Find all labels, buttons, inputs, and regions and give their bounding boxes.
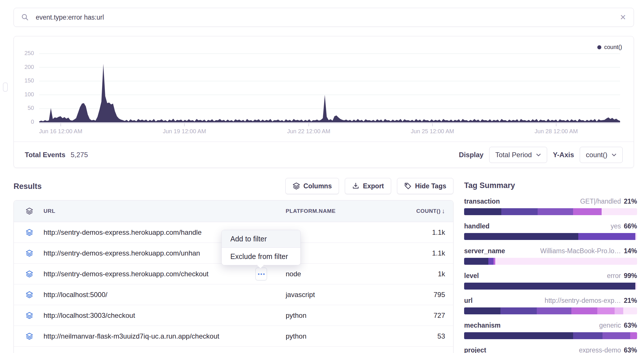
- count-cell: 1.1k: [410, 228, 453, 236]
- hide-tags-button-label: Hide Tags: [415, 182, 446, 190]
- table-row: http://neilmanvar-flask-m3uuizd7iq-uc.a.…: [14, 326, 453, 347]
- tag-label: server_name: [464, 247, 505, 255]
- toolbar-buttons: Columns Export Hide Tags: [285, 178, 453, 194]
- tag-top-percent: 14%: [624, 247, 637, 255]
- platform-cell: python: [286, 311, 410, 320]
- total-events-label: Total Events: [25, 151, 65, 159]
- display-select[interactable]: Total Period: [489, 147, 547, 163]
- tag-distribution-bar[interactable]: [464, 208, 637, 215]
- display-label: Display: [459, 151, 483, 159]
- tag-distribution-bar[interactable]: [464, 258, 637, 265]
- tag-label: project: [464, 346, 486, 353]
- display-select-value: Total Period: [495, 151, 532, 159]
- total-events: Total Events 5,275: [25, 151, 88, 159]
- tag-label: url: [464, 297, 472, 305]
- columns-button[interactable]: Columns: [285, 178, 339, 194]
- count-cell: 53: [410, 332, 453, 340]
- stack-icon: [26, 270, 44, 278]
- tag-entry: transactionGET|/handled21%: [464, 198, 637, 215]
- tag-top-percent: 66%: [624, 222, 637, 230]
- search-input[interactable]: [14, 8, 634, 27]
- tag-entry: urlhttp://sentry-demos-exp…21%: [464, 297, 637, 314]
- tag-label: mechanism: [464, 322, 501, 329]
- count-cell: 727: [410, 311, 453, 320]
- url-cell[interactable]: http://localhost:3003/checkout: [44, 311, 286, 320]
- table-header: URL PLATFORM.NAME COUNT() ↓: [14, 200, 453, 222]
- tag-top-value: Williams-MacBook-Pro.lo…: [540, 247, 621, 255]
- cell-actions-button[interactable]: [255, 268, 267, 280]
- tag-top-percent: 63%: [624, 322, 637, 329]
- count-cell: 795: [410, 291, 453, 299]
- chevron-down-icon: [536, 153, 541, 157]
- tag-top-value: http://sentry-demos-exp…: [545, 297, 621, 305]
- tag-distribution-bar[interactable]: [464, 233, 637, 240]
- stack-icon: [26, 229, 44, 236]
- platform-cell: python: [286, 332, 410, 340]
- chart-legend: count(): [597, 44, 622, 50]
- tag-label: transaction: [464, 198, 500, 205]
- count-cell: 1k: [410, 270, 453, 278]
- stack-icon: [26, 207, 44, 215]
- table-row: http://localhost:3003/checkout python 72…: [14, 305, 453, 326]
- results-table: URL PLATFORM.NAME COUNT() ↓ http://sentr…: [14, 200, 453, 353]
- total-events-value: 5,275: [71, 151, 88, 159]
- tag-distribution-bar[interactable]: [464, 307, 637, 314]
- tag-distribution-bar[interactable]: [464, 283, 637, 290]
- tag-icon: [404, 182, 412, 190]
- legend-label: count(): [604, 44, 622, 50]
- tag-distribution-bar[interactable]: [464, 332, 637, 339]
- stack-icon: [26, 249, 44, 257]
- tag-summary-heading: Tag Summary: [464, 181, 637, 190]
- tag-label: handled: [464, 222, 489, 230]
- export-button[interactable]: Export: [345, 178, 391, 194]
- platform-cell: javascript: [286, 291, 410, 299]
- tag-top-value: express-demo: [579, 346, 621, 353]
- menu-item-add-to-filter[interactable]: Add to filter: [222, 230, 300, 248]
- tag-top-percent: 21%: [624, 297, 637, 305]
- tag-top-percent: 63%: [624, 346, 637, 353]
- events-area-chart[interactable]: [14, 36, 634, 134]
- platform-cell: node: [286, 270, 410, 278]
- count-cell: 1.1k: [410, 249, 453, 257]
- export-button-label: Export: [363, 182, 384, 190]
- tag-top-value: error: [607, 272, 621, 280]
- column-header-platform[interactable]: PLATFORM.NAME: [286, 208, 410, 214]
- stack-icon: [26, 291, 44, 298]
- hide-tags-button[interactable]: Hide Tags: [397, 178, 453, 194]
- tag-top-value: GET|/handled: [580, 198, 621, 205]
- url-cell[interactable]: http://localhost:5000/: [44, 291, 286, 299]
- tag-entry: mechanismgeneric63%: [464, 322, 637, 339]
- tag-entry: levelerror99%: [464, 272, 637, 290]
- cell-actions-menu: Add to filter Exclude from filter: [221, 230, 301, 265]
- url-cell[interactable]: http://neilmanvar-flask-m3uuizd7iq-uc.a.…: [44, 332, 286, 340]
- sort-desc-icon: ↓: [442, 207, 445, 215]
- y-axis-labels: 050100150200250: [14, 36, 36, 134]
- count-header-label: COUNT(): [416, 208, 440, 214]
- tag-top-value: yes: [611, 222, 621, 230]
- clear-search-icon[interactable]: ✕: [620, 8, 626, 27]
- legend-dot-icon: [597, 45, 601, 49]
- column-header-url[interactable]: URL: [44, 208, 286, 214]
- table-row: http://sentry-demos-express.herokuapp.co…: [14, 264, 453, 284]
- tag-top-percent: 99%: [624, 272, 637, 280]
- url-cell[interactable]: http://sentry-demos-express.herokuapp.co…: [44, 270, 286, 278]
- tag-entry: projectexpress-demo63%: [464, 346, 637, 353]
- layers-icon: [293, 182, 300, 190]
- stack-icon: [26, 312, 44, 319]
- column-header-count[interactable]: COUNT() ↓: [410, 207, 453, 215]
- table-row: http://localhost:5000/ javascript 795: [14, 284, 453, 305]
- discover-page: ✕ 050100150200250 Jun 16 12:00 AMJun 19 …: [0, 0, 644, 353]
- results-toolbar: Results Columns Export Hide Tags: [14, 178, 453, 195]
- x-axis-labels: Jun 16 12:00 AMJun 19 12:00 AMJun 22 12:…: [14, 126, 634, 137]
- yaxis-select[interactable]: count(): [580, 147, 623, 163]
- table-row-partial: [14, 347, 453, 353]
- chevron-down-icon: [611, 153, 617, 157]
- chart-controls: Display Total Period Y-Axis count(): [459, 147, 623, 163]
- chart-footer: Total Events 5,275 Display Total Period …: [14, 142, 634, 168]
- yaxis-label: Y-Axis: [553, 151, 574, 159]
- tag-summary-panel: Tag Summary transactionGET|/handled21% h…: [464, 181, 637, 353]
- yaxis-select-value: count(): [586, 151, 607, 159]
- sidebar-collapse-handle[interactable]: [3, 82, 8, 92]
- events-chart-panel: 050100150200250 Jun 16 12:00 AMJun 19 12…: [14, 36, 634, 168]
- stack-icon: [26, 333, 44, 340]
